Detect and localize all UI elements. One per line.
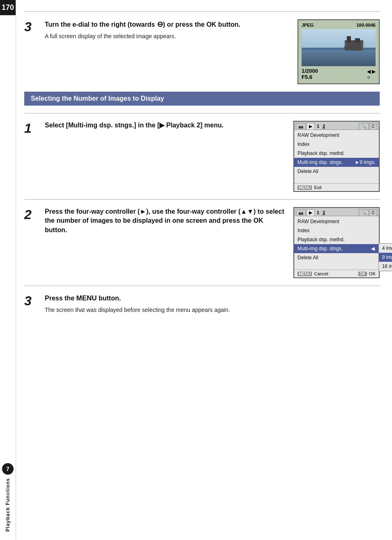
step1-title: Select [Multi-img dsp. stngs.] in the [▶… bbox=[45, 121, 285, 130]
step3-top-image: JPEG 100-0046 bbox=[297, 19, 380, 84]
lcd-bottom: 1/2000 F5.6 ◀ ▶↺ bbox=[302, 68, 376, 80]
dropdown-16imgs: 16 imgs. bbox=[379, 262, 392, 271]
section-banner: Selecting the Number of Images to Displa… bbox=[24, 92, 380, 106]
menu-item-multiimg-label: Multi-img dsp. stngs. bbox=[297, 159, 343, 166]
menu-footer-2: MENU Cancel OK OK bbox=[294, 270, 379, 277]
photo-area bbox=[302, 29, 376, 66]
menu-item-arrow-2: ◀ bbox=[371, 245, 375, 252]
step1-image: 📷 ▶ 1 2 🔍 C RAW Development Index Playba… bbox=[293, 121, 380, 192]
step3-bottom-title: Press the MENU button. bbox=[45, 293, 380, 303]
menu-item-multiimg-2: Multi-img dsp. stngs. ◀ 4 imgs. 9 imgs. … bbox=[294, 244, 379, 253]
lcd-top-bar: JPEG 100-0046 bbox=[302, 23, 376, 28]
menu-footer-ok: OK OK bbox=[358, 271, 376, 276]
step3-bottom-row: 3 Press the MENU button. The screen that… bbox=[24, 293, 380, 314]
top-divider bbox=[24, 12, 380, 12]
menu-tabs-2: 📷 ▶ 1 2 🔍 C bbox=[294, 208, 379, 216]
step1-content: Select [Multi-img dsp. stngs.] in the [▶… bbox=[45, 121, 285, 132]
step3-top-desc: A full screen display of the selected im… bbox=[45, 32, 289, 41]
step3-bottom-desc: The screen that was displayed before sel… bbox=[45, 306, 380, 314]
lcd-shutter: 1/2000 bbox=[302, 68, 318, 74]
lcd-file-number: 100-0046 bbox=[357, 23, 376, 28]
step1-row: 1 Select [Multi-img dsp. stngs.] in the … bbox=[24, 121, 380, 192]
menu-tab-camera-2: 📷 bbox=[296, 209, 306, 216]
menu-item-index-2: Index bbox=[294, 226, 379, 235]
menu-tab-1-2: 1 bbox=[317, 210, 319, 215]
menu-item-playback-dsp-2: Playback dsp. methd. bbox=[294, 235, 379, 244]
pier-svg bbox=[343, 36, 365, 51]
menu-footer-cancel: MENU Cancel bbox=[297, 271, 328, 276]
menu-items-2: RAW Development Index Playback dsp. meth… bbox=[294, 216, 379, 263]
section-divider bbox=[24, 113, 380, 113]
step2-content: Press the four-way controller (►), use t… bbox=[45, 207, 285, 237]
dropdown-options: 4 imgs. 9 imgs. 16 imgs. bbox=[378, 243, 392, 271]
menu-key-cancel: MENU bbox=[297, 272, 312, 276]
step2-title: Press the four-way controller (►), use t… bbox=[45, 207, 285, 235]
step2-image: 📷 ▶ 1 2 🔍 C RAW Development Index Playba… bbox=[293, 207, 380, 278]
menu-tab-2-active: 2 bbox=[323, 124, 325, 129]
svg-rect-1 bbox=[347, 36, 351, 42]
step3-bottom-content: Press the MENU button. The screen that w… bbox=[45, 293, 380, 314]
menu-footer-menu: MENU Exit bbox=[297, 185, 322, 190]
menu-tabs-1: 📷 ▶ 1 2 🔍 C bbox=[294, 122, 379, 130]
menu-footer-1: MENU Exit bbox=[294, 183, 379, 191]
step3-top-row: 3 Turn the e-dial to the right (towards … bbox=[24, 19, 380, 84]
lcd-left-bottom: 1/2000 F5.6 bbox=[302, 68, 318, 80]
step1-number: 1 bbox=[24, 122, 37, 135]
step3-top-number: 3 bbox=[24, 20, 37, 33]
ok-key: OK bbox=[358, 272, 367, 276]
pier-structure bbox=[343, 36, 365, 51]
menu-tab-camera: 📷 bbox=[296, 123, 306, 129]
chapter-label: Playback Functions bbox=[5, 478, 11, 532]
menu-item-multiimg: Multi-img dsp. stngs. ►9 imgs. bbox=[294, 158, 379, 167]
menu-screen-2: 📷 ▶ 1 2 🔍 C RAW Development Index Playba… bbox=[293, 207, 380, 278]
menu-item-index: Index bbox=[294, 140, 379, 149]
step3-bottom-divider bbox=[24, 286, 380, 286]
sidebar: 170 7 Playback Functions bbox=[0, 0, 16, 540]
menu-item-playback-dsp: Playback dsp. methd. bbox=[294, 149, 379, 158]
menu-item-multiimg-label-2: Multi-img dsp. stngs. bbox=[297, 245, 343, 252]
step3-top-title: Turn the e-dial to the right (towards ⊖)… bbox=[45, 19, 289, 30]
water bbox=[302, 50, 376, 66]
menu-spacer-1 bbox=[294, 177, 379, 183]
lcd-nav-arrows: ◀ ▶↺ bbox=[367, 69, 376, 80]
menu-item-multiimg-value: ►9 imgs. bbox=[355, 159, 376, 166]
lcd-format: JPEG bbox=[302, 23, 314, 28]
menu-spacer-2 bbox=[294, 263, 379, 270]
menu-tab-2-2: 2 bbox=[323, 210, 325, 215]
step3-bottom-number: 3 bbox=[24, 294, 37, 307]
menu-items-1: RAW Development Index Playback dsp. meth… bbox=[294, 130, 379, 177]
menu-item-delete-all-2: Delete All bbox=[294, 253, 379, 262]
step2-number: 2 bbox=[24, 208, 37, 221]
step3-top-content: Turn the e-dial to the right (towards ⊖)… bbox=[45, 19, 289, 41]
menu-tab-1: 1 bbox=[317, 124, 319, 129]
menu-item-raw-2: RAW Development bbox=[294, 217, 379, 226]
dropdown-9imgs: 9 imgs. bbox=[379, 253, 392, 262]
menu-tab-search-2: 🔍 bbox=[359, 209, 369, 216]
menu-tab-c: C bbox=[369, 123, 377, 129]
menu-tab-c-2: C bbox=[369, 209, 377, 216]
menu-tab-search: 🔍 bbox=[359, 123, 369, 129]
step2-divider bbox=[24, 199, 380, 200]
menu-screen-1: 📷 ▶ 1 2 🔍 C RAW Development Index Playba… bbox=[293, 121, 380, 192]
svg-rect-2 bbox=[355, 38, 360, 42]
menu-tab-playback-2: ▶ bbox=[307, 209, 315, 216]
menu-tab-playback: ▶ bbox=[307, 123, 315, 129]
menu-item-raw: RAW Development bbox=[294, 131, 379, 140]
chapter-badge: 7 bbox=[2, 463, 14, 475]
lcd-screen: JPEG 100-0046 bbox=[297, 19, 380, 84]
menu-key: MENU bbox=[297, 185, 312, 190]
lcd-aperture: F5.6 bbox=[302, 74, 318, 80]
page-number: 170 bbox=[0, 0, 16, 15]
dropdown-4imgs: 4 imgs. bbox=[379, 244, 392, 253]
menu-item-delete-all: Delete All bbox=[294, 167, 379, 176]
step2-row: 2 Press the four-way controller (►), use… bbox=[24, 207, 380, 278]
main-content: 3 Turn the e-dial to the right (towards … bbox=[16, 0, 392, 540]
